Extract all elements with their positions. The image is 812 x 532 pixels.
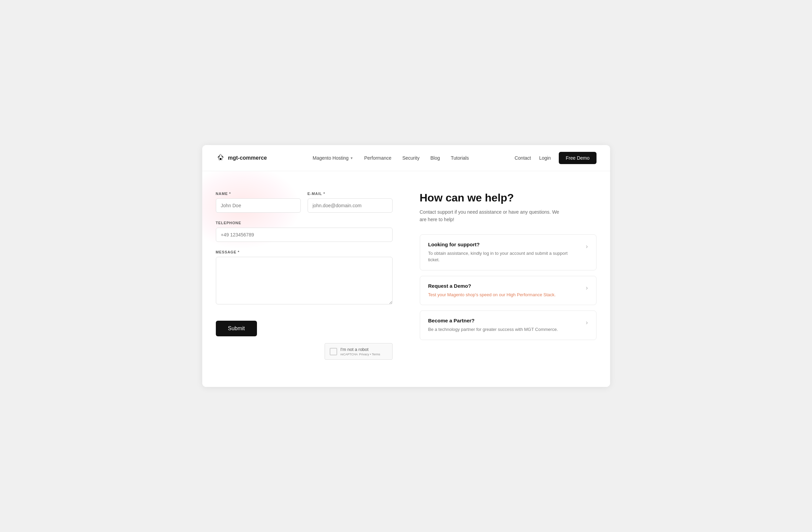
telephone-input[interactable] [216, 227, 393, 242]
svg-point-0 [220, 158, 222, 160]
submit-button[interactable]: Submit [216, 321, 257, 336]
info-card-support-content: Looking for support? To obtain assistanc… [428, 241, 581, 263]
form-group-email: E-MAIL * [308, 192, 393, 213]
info-card-demo[interactable]: Request a Demo? Test your Magento shop's… [420, 276, 596, 306]
recaptcha-logo-row: reCAPTCHA Privacy • Terms [340, 353, 380, 356]
nav-blog[interactable]: Blog [430, 155, 440, 161]
recaptcha-text-block: I'm not a robot reCAPTCHA Privacy • Term… [340, 347, 380, 356]
info-card-support-title: Looking for support? [428, 241, 581, 247]
telephone-label: TELEPHONE [216, 221, 393, 225]
recaptcha-container: I'm not a robot reCAPTCHA Privacy • Term… [216, 343, 393, 360]
chevron-right-icon-2: › [586, 284, 588, 292]
contact-form-column: NAME * E-MAIL * TELEPHONE MESSAGE * Subm… [216, 192, 393, 360]
info-card-partner[interactable]: Become a Partner? Be a technology partne… [420, 310, 596, 340]
nav-magento-hosting[interactable]: Magento Hosting ▼ [313, 155, 353, 161]
nav-performance[interactable]: Performance [364, 155, 391, 161]
secondary-nav: Contact Login Free Demo [514, 152, 596, 164]
info-card-partner-title: Become a Partner? [428, 317, 581, 323]
name-input[interactable] [216, 198, 301, 213]
chevron-right-icon-3: › [586, 319, 588, 326]
nav-tutorials[interactable]: Tutorials [451, 155, 469, 161]
info-card-support[interactable]: Looking for support? To obtain assistanc… [420, 234, 596, 270]
info-card-partner-desc: Be a technology partner for greater succ… [428, 326, 581, 333]
info-card-support-desc: To obtain assistance, kindly log in to y… [428, 250, 581, 263]
info-column: How can we help? Contact support if you … [393, 192, 596, 360]
name-label: NAME * [216, 192, 301, 196]
recaptcha-widget[interactable]: I'm not a robot reCAPTCHA Privacy • Term… [324, 343, 393, 360]
chevron-right-icon: › [586, 243, 588, 250]
logo-text: mgt-commerce [228, 155, 267, 161]
nav-contact[interactable]: Contact [514, 155, 531, 161]
form-row-name-email: NAME * E-MAIL * [216, 192, 393, 213]
email-label: E-MAIL * [308, 192, 393, 196]
recaptcha-brand: reCAPTCHA [340, 353, 358, 356]
main-nav: Magento Hosting ▼ Performance Security B… [313, 155, 469, 161]
recaptcha-checkbox[interactable] [330, 348, 337, 355]
dropdown-icon: ▼ [350, 156, 353, 160]
nav-security[interactable]: Security [403, 155, 420, 161]
logo-icon [216, 153, 226, 163]
info-card-demo-content: Request a Demo? Test your Magento shop's… [428, 283, 581, 298]
free-demo-button[interactable]: Free Demo [559, 152, 596, 164]
recaptcha-links: Privacy • Terms [359, 353, 380, 356]
main-content: NAME * E-MAIL * TELEPHONE MESSAGE * Subm… [202, 171, 610, 387]
email-input[interactable] [308, 198, 393, 213]
recaptcha-label: I'm not a robot [340, 347, 380, 352]
info-title: How can we help? [420, 192, 596, 204]
message-textarea[interactable] [216, 257, 393, 305]
form-group-message: MESSAGE * [216, 250, 393, 305]
info-card-demo-title: Request a Demo? [428, 283, 581, 289]
info-subtitle: Contact support if you need assistance o… [420, 208, 563, 223]
page-container: mgt-commerce Magento Hosting ▼ Performan… [202, 145, 610, 387]
info-card-demo-desc: Test your Magento shop's speed on our Hi… [428, 292, 581, 298]
logo[interactable]: mgt-commerce [216, 153, 267, 163]
header: mgt-commerce Magento Hosting ▼ Performan… [202, 145, 610, 171]
info-card-partner-content: Become a Partner? Be a technology partne… [428, 317, 581, 333]
form-group-telephone: TELEPHONE [216, 221, 393, 242]
nav-login[interactable]: Login [539, 155, 551, 161]
message-label: MESSAGE * [216, 250, 393, 254]
form-group-name: NAME * [216, 192, 301, 213]
